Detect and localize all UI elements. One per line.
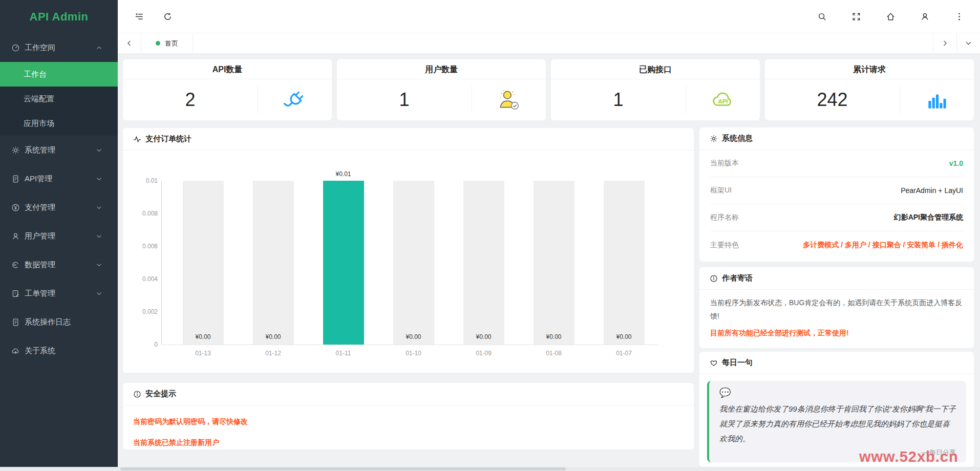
stat-card-API数量: API数量2 bbox=[123, 59, 332, 120]
collapse-icon bbox=[134, 12, 144, 22]
security-panel-header: 安全提示 bbox=[123, 383, 694, 405]
info-row-label: 框架UI bbox=[710, 186, 732, 195]
sidebar-subitem-label: 云端配置 bbox=[24, 94, 54, 104]
person-icon bbox=[11, 232, 20, 241]
gauge-icon bbox=[11, 44, 20, 52]
chevron-down-icon bbox=[96, 290, 102, 297]
security-lines: 当前密码为默认弱密码，请尽快修改当前系统已禁止注册新用户 bbox=[123, 417, 694, 447]
tab-home[interactable]: 首页 bbox=[141, 33, 193, 53]
bar-background bbox=[253, 181, 294, 345]
user-button[interactable] bbox=[916, 8, 933, 25]
sidebar-subitem-应用市场[interactable]: 应用市场 bbox=[0, 111, 118, 136]
bar-value-label: ¥0.00 bbox=[386, 333, 442, 340]
bar-background bbox=[534, 181, 574, 345]
info-row-label: 主要特色 bbox=[710, 241, 739, 250]
bar-background bbox=[183, 181, 224, 345]
more-button[interactable] bbox=[950, 8, 968, 25]
sidebar-item-label: 系统管理 bbox=[25, 145, 55, 155]
info-row-value: v1.0 bbox=[949, 159, 963, 167]
stat-card-body: 1 bbox=[337, 79, 546, 120]
cloud-api-icon: API bbox=[710, 87, 736, 113]
sidebar-item-关于系统[interactable]: 关于系统 bbox=[0, 336, 118, 365]
bar-value-label: ¥0.00 bbox=[596, 333, 652, 340]
y-axis-tick-label: 0.004 bbox=[123, 275, 158, 283]
collapse-button[interactable] bbox=[130, 8, 147, 25]
app-logo: API Admin bbox=[0, 0, 118, 33]
x-axis-category-label: 01-13 bbox=[168, 350, 238, 357]
stat-card-body: 1API bbox=[551, 79, 760, 120]
x-axis-category-label: 01-10 bbox=[378, 350, 449, 357]
sidebar: API Admin 工作空间工作台云端配置应用市场系统管理API管理支付管理用户… bbox=[0, 0, 118, 467]
log-icon bbox=[11, 318, 20, 327]
data-icon bbox=[11, 261, 20, 269]
yen-icon bbox=[11, 203, 20, 212]
y-axis-tick-label: 0.006 bbox=[123, 243, 158, 250]
user-icon bbox=[920, 12, 930, 22]
system-info-panel: 系统信息 当前版本v1.0框架UIPearAdmin + LayUI程序名称幻影… bbox=[699, 127, 974, 262]
gear-icon bbox=[11, 146, 20, 155]
chevron-left-icon bbox=[125, 39, 133, 47]
sidebar-subitem-云端配置[interactable]: 云端配置 bbox=[0, 87, 118, 111]
sidebar-item-工作空间[interactable]: 工作空间 bbox=[0, 33, 118, 62]
chart-panel-title: 支付订单统计 bbox=[145, 134, 191, 144]
sidebar-item-数据管理[interactable]: 数据管理 bbox=[0, 250, 118, 279]
search-button[interactable] bbox=[813, 8, 830, 25]
sidebar-item-系统操作日志[interactable]: 系统操作日志 bbox=[0, 308, 118, 336]
security-warning-line: 当前系统已禁止注册新用户 bbox=[133, 438, 684, 447]
horizontal-scrollbar[interactable] bbox=[0, 467, 980, 471]
heart-icon bbox=[710, 359, 718, 367]
x-axis-line bbox=[161, 345, 659, 345]
system-info-row: 程序名称幻影API聚合管理系统 bbox=[710, 204, 963, 231]
sidebar-item-用户管理[interactable]: 用户管理 bbox=[0, 222, 118, 250]
info-icon bbox=[710, 274, 718, 283]
active-tab-dot-icon bbox=[156, 41, 160, 46]
stat-card-icon-wrap bbox=[258, 79, 332, 120]
topbar-right-icons bbox=[813, 8, 968, 25]
chevron-right-icon bbox=[941, 39, 949, 47]
bar-value-label: ¥0.00 bbox=[245, 333, 302, 340]
sidebar-item-label: 支付管理 bbox=[25, 203, 55, 212]
fullscreen-button[interactable] bbox=[847, 8, 865, 25]
sidebar-subitem-工作台[interactable]: 工作台 bbox=[0, 62, 118, 87]
author-note-title: 作者寄语 bbox=[722, 273, 753, 283]
y-axis-tick-label: 0 bbox=[123, 341, 158, 348]
chart-bar[interactable] bbox=[323, 181, 364, 345]
info-row-value: 多计费模式 / 多用户 / 接口聚合 / 安装简单 / 插件化 bbox=[803, 241, 963, 250]
about-icon bbox=[11, 347, 20, 355]
tabbar-spacer bbox=[193, 33, 933, 53]
tab-home-label: 首页 bbox=[165, 39, 178, 48]
refresh-button[interactable] bbox=[159, 8, 176, 25]
gear-icon bbox=[710, 135, 718, 143]
sidebar-item-API管理[interactable]: API管理 bbox=[0, 164, 118, 193]
tabs-scroll-left-button[interactable] bbox=[118, 33, 141, 53]
home-button[interactable] bbox=[882, 8, 899, 25]
x-axis-category-label: 01-07 bbox=[589, 350, 659, 357]
chevron-down-icon bbox=[96, 147, 102, 154]
x-axis-category-label: 01-08 bbox=[519, 350, 589, 357]
watermark: www.52xb.cn bbox=[859, 448, 958, 465]
info-icon bbox=[133, 390, 141, 398]
quote-text: 我坐在窗边给你发了99条消息你终于肯回我了你说“发你妈啊”我一下子就哭了原来努力… bbox=[719, 401, 956, 446]
x-axis-category-label: 01-12 bbox=[238, 350, 308, 357]
bar-value-label: ¥0.01 bbox=[315, 170, 372, 178]
tabs-scroll-right-button[interactable] bbox=[933, 33, 956, 53]
y-axis-tick-label: 0.008 bbox=[123, 210, 158, 217]
tabs-menu-button[interactable] bbox=[956, 33, 980, 53]
sidebar-item-label: 关于系统 bbox=[25, 346, 55, 356]
sidebar-item-工单管理[interactable]: ?工单管理 bbox=[0, 279, 118, 308]
sidebar-menu: 工作空间工作台云端配置应用市场系统管理API管理支付管理用户管理数据管理?工单管… bbox=[0, 33, 118, 365]
daily-quote-header: 每日一句 bbox=[699, 352, 974, 374]
search-icon bbox=[817, 12, 827, 22]
y-axis-tick-label: 0.002 bbox=[123, 308, 158, 315]
payment-chart-panel: 支付订单统计 0.010.0080.0060.0040.0020¥0.0001-… bbox=[123, 128, 694, 373]
refresh-icon bbox=[163, 12, 173, 22]
stat-card-body: 242 bbox=[765, 79, 974, 120]
system-info-row: 主要特色多计费模式 / 多用户 / 接口聚合 / 安装简单 / 插件化 bbox=[710, 231, 963, 259]
plug-icon bbox=[282, 87, 308, 113]
sidebar-item-系统管理[interactable]: 系统管理 bbox=[0, 136, 118, 164]
scrollbar-thumb[interactable] bbox=[120, 467, 566, 470]
info-row-value: PearAdmin + LayUI bbox=[901, 186, 963, 195]
x-axis-category-label: 01-09 bbox=[449, 350, 519, 357]
fullscreen-icon bbox=[851, 12, 861, 22]
sidebar-item-支付管理[interactable]: 支付管理 bbox=[0, 193, 118, 222]
